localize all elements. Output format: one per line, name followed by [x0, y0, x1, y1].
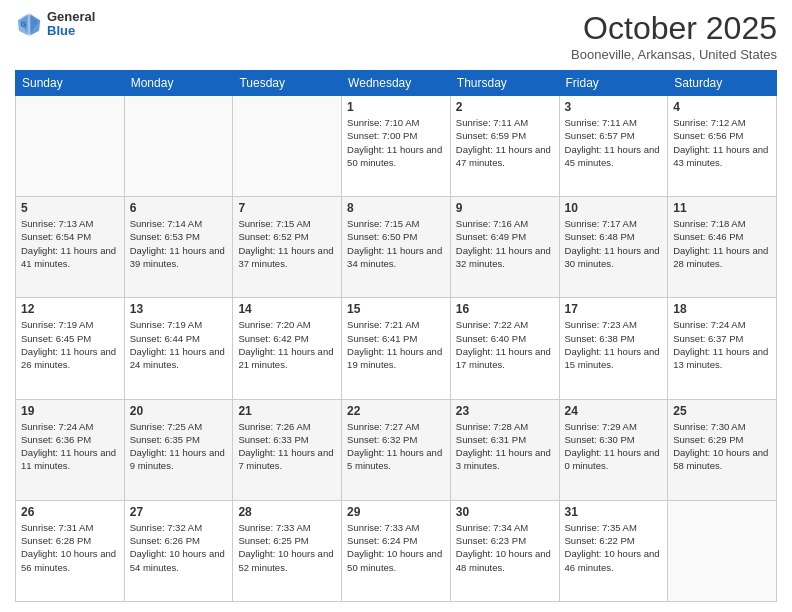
- calendar-week-2: 5Sunrise: 7:13 AM Sunset: 6:54 PM Daylig…: [16, 197, 777, 298]
- calendar-week-4: 19Sunrise: 7:24 AM Sunset: 6:36 PM Dayli…: [16, 399, 777, 500]
- day-number: 16: [456, 302, 554, 316]
- location: Booneville, Arkansas, United States: [571, 47, 777, 62]
- calendar-cell: 16Sunrise: 7:22 AM Sunset: 6:40 PM Dayli…: [450, 298, 559, 399]
- day-info: Sunrise: 7:25 AM Sunset: 6:35 PM Dayligh…: [130, 420, 228, 473]
- day-number: 3: [565, 100, 663, 114]
- day-info: Sunrise: 7:22 AM Sunset: 6:40 PM Dayligh…: [456, 318, 554, 371]
- day-number: 11: [673, 201, 771, 215]
- day-info: Sunrise: 7:23 AM Sunset: 6:38 PM Dayligh…: [565, 318, 663, 371]
- day-info: Sunrise: 7:16 AM Sunset: 6:49 PM Dayligh…: [456, 217, 554, 270]
- day-number: 10: [565, 201, 663, 215]
- calendar-cell: 9Sunrise: 7:16 AM Sunset: 6:49 PM Daylig…: [450, 197, 559, 298]
- day-number: 19: [21, 404, 119, 418]
- calendar-cell: 17Sunrise: 7:23 AM Sunset: 6:38 PM Dayli…: [559, 298, 668, 399]
- calendar-cell: 12Sunrise: 7:19 AM Sunset: 6:45 PM Dayli…: [16, 298, 125, 399]
- calendar-cell: 15Sunrise: 7:21 AM Sunset: 6:41 PM Dayli…: [342, 298, 451, 399]
- day-info: Sunrise: 7:19 AM Sunset: 6:44 PM Dayligh…: [130, 318, 228, 371]
- calendar-cell: 22Sunrise: 7:27 AM Sunset: 6:32 PM Dayli…: [342, 399, 451, 500]
- day-number: 31: [565, 505, 663, 519]
- logo-general-text: General: [47, 10, 95, 24]
- day-number: 29: [347, 505, 445, 519]
- calendar-cell: 1Sunrise: 7:10 AM Sunset: 7:00 PM Daylig…: [342, 96, 451, 197]
- day-number: 12: [21, 302, 119, 316]
- logo-icon: G: [15, 10, 43, 38]
- day-info: Sunrise: 7:28 AM Sunset: 6:31 PM Dayligh…: [456, 420, 554, 473]
- calendar-cell: 10Sunrise: 7:17 AM Sunset: 6:48 PM Dayli…: [559, 197, 668, 298]
- weekday-header-sunday: Sunday: [16, 71, 125, 96]
- weekday-header-thursday: Thursday: [450, 71, 559, 96]
- day-number: 18: [673, 302, 771, 316]
- weekday-header-wednesday: Wednesday: [342, 71, 451, 96]
- day-info: Sunrise: 7:32 AM Sunset: 6:26 PM Dayligh…: [130, 521, 228, 574]
- day-number: 17: [565, 302, 663, 316]
- day-number: 25: [673, 404, 771, 418]
- day-info: Sunrise: 7:33 AM Sunset: 6:25 PM Dayligh…: [238, 521, 336, 574]
- day-number: 6: [130, 201, 228, 215]
- calendar-week-5: 26Sunrise: 7:31 AM Sunset: 6:28 PM Dayli…: [16, 500, 777, 601]
- calendar-cell: 3Sunrise: 7:11 AM Sunset: 6:57 PM Daylig…: [559, 96, 668, 197]
- calendar-cell: 2Sunrise: 7:11 AM Sunset: 6:59 PM Daylig…: [450, 96, 559, 197]
- day-info: Sunrise: 7:11 AM Sunset: 6:59 PM Dayligh…: [456, 116, 554, 169]
- calendar-cell: 11Sunrise: 7:18 AM Sunset: 6:46 PM Dayli…: [668, 197, 777, 298]
- calendar-week-1: 1Sunrise: 7:10 AM Sunset: 7:00 PM Daylig…: [16, 96, 777, 197]
- day-number: 26: [21, 505, 119, 519]
- weekday-header-tuesday: Tuesday: [233, 71, 342, 96]
- page: G General Blue October 2025 Booneville, …: [0, 0, 792, 612]
- logo-blue-text: Blue: [47, 24, 95, 38]
- calendar-cell: [16, 96, 125, 197]
- calendar-cell: 27Sunrise: 7:32 AM Sunset: 6:26 PM Dayli…: [124, 500, 233, 601]
- day-info: Sunrise: 7:18 AM Sunset: 6:46 PM Dayligh…: [673, 217, 771, 270]
- day-info: Sunrise: 7:13 AM Sunset: 6:54 PM Dayligh…: [21, 217, 119, 270]
- calendar-table: SundayMondayTuesdayWednesdayThursdayFrid…: [15, 70, 777, 602]
- day-number: 13: [130, 302, 228, 316]
- calendar-cell: 18Sunrise: 7:24 AM Sunset: 6:37 PM Dayli…: [668, 298, 777, 399]
- calendar-cell: 19Sunrise: 7:24 AM Sunset: 6:36 PM Dayli…: [16, 399, 125, 500]
- day-info: Sunrise: 7:15 AM Sunset: 6:50 PM Dayligh…: [347, 217, 445, 270]
- day-info: Sunrise: 7:14 AM Sunset: 6:53 PM Dayligh…: [130, 217, 228, 270]
- calendar-cell: 7Sunrise: 7:15 AM Sunset: 6:52 PM Daylig…: [233, 197, 342, 298]
- logo-text: General Blue: [47, 10, 95, 39]
- day-info: Sunrise: 7:29 AM Sunset: 6:30 PM Dayligh…: [565, 420, 663, 473]
- day-info: Sunrise: 7:15 AM Sunset: 6:52 PM Dayligh…: [238, 217, 336, 270]
- day-number: 21: [238, 404, 336, 418]
- logo: G General Blue: [15, 10, 95, 39]
- day-number: 23: [456, 404, 554, 418]
- day-info: Sunrise: 7:24 AM Sunset: 6:36 PM Dayligh…: [21, 420, 119, 473]
- day-info: Sunrise: 7:10 AM Sunset: 7:00 PM Dayligh…: [347, 116, 445, 169]
- day-info: Sunrise: 7:33 AM Sunset: 6:24 PM Dayligh…: [347, 521, 445, 574]
- calendar-cell: 28Sunrise: 7:33 AM Sunset: 6:25 PM Dayli…: [233, 500, 342, 601]
- calendar-cell: 8Sunrise: 7:15 AM Sunset: 6:50 PM Daylig…: [342, 197, 451, 298]
- day-number: 9: [456, 201, 554, 215]
- calendar-cell: 4Sunrise: 7:12 AM Sunset: 6:56 PM Daylig…: [668, 96, 777, 197]
- calendar-cell: 30Sunrise: 7:34 AM Sunset: 6:23 PM Dayli…: [450, 500, 559, 601]
- weekday-header-saturday: Saturday: [668, 71, 777, 96]
- day-number: 28: [238, 505, 336, 519]
- calendar-cell: 25Sunrise: 7:30 AM Sunset: 6:29 PM Dayli…: [668, 399, 777, 500]
- calendar-cell: 29Sunrise: 7:33 AM Sunset: 6:24 PM Dayli…: [342, 500, 451, 601]
- day-info: Sunrise: 7:19 AM Sunset: 6:45 PM Dayligh…: [21, 318, 119, 371]
- month-title: October 2025: [571, 10, 777, 47]
- svg-text:G: G: [21, 20, 27, 29]
- day-info: Sunrise: 7:31 AM Sunset: 6:28 PM Dayligh…: [21, 521, 119, 574]
- calendar-cell: 24Sunrise: 7:29 AM Sunset: 6:30 PM Dayli…: [559, 399, 668, 500]
- day-number: 2: [456, 100, 554, 114]
- header: G General Blue October 2025 Booneville, …: [15, 10, 777, 62]
- day-info: Sunrise: 7:30 AM Sunset: 6:29 PM Dayligh…: [673, 420, 771, 473]
- day-number: 4: [673, 100, 771, 114]
- calendar-cell: 20Sunrise: 7:25 AM Sunset: 6:35 PM Dayli…: [124, 399, 233, 500]
- calendar-cell: 6Sunrise: 7:14 AM Sunset: 6:53 PM Daylig…: [124, 197, 233, 298]
- day-number: 5: [21, 201, 119, 215]
- calendar-cell: 31Sunrise: 7:35 AM Sunset: 6:22 PM Dayli…: [559, 500, 668, 601]
- day-number: 20: [130, 404, 228, 418]
- day-info: Sunrise: 7:26 AM Sunset: 6:33 PM Dayligh…: [238, 420, 336, 473]
- calendar-cell: 26Sunrise: 7:31 AM Sunset: 6:28 PM Dayli…: [16, 500, 125, 601]
- day-number: 30: [456, 505, 554, 519]
- day-number: 7: [238, 201, 336, 215]
- day-info: Sunrise: 7:35 AM Sunset: 6:22 PM Dayligh…: [565, 521, 663, 574]
- calendar-cell: 21Sunrise: 7:26 AM Sunset: 6:33 PM Dayli…: [233, 399, 342, 500]
- day-number: 27: [130, 505, 228, 519]
- calendar-cell: [124, 96, 233, 197]
- weekday-header-row: SundayMondayTuesdayWednesdayThursdayFrid…: [16, 71, 777, 96]
- calendar-week-3: 12Sunrise: 7:19 AM Sunset: 6:45 PM Dayli…: [16, 298, 777, 399]
- day-number: 24: [565, 404, 663, 418]
